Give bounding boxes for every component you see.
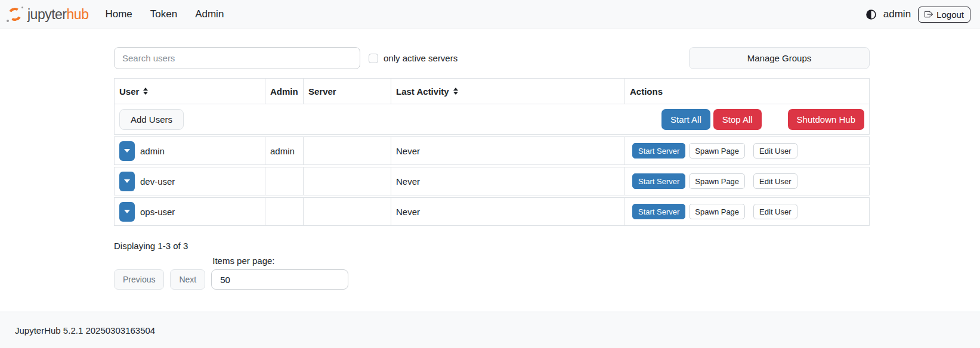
theme-toggle-icon[interactable] (866, 10, 876, 20)
logout-label: Logout (936, 10, 964, 20)
user-toolbar: only active servers Manage Groups (114, 47, 870, 69)
last-activity-value: Never (396, 176, 420, 187)
bulk-right-buttons: Start All Stop All Shutdown Hub (661, 109, 864, 130)
header-user[interactable]: User (115, 79, 265, 104)
admin-cell (265, 198, 304, 225)
brand-hub: hub (67, 7, 89, 22)
row-dropdown-button[interactable] (119, 172, 135, 191)
user-cell: admin (115, 137, 265, 164)
table-header-row: User Admin Server Last Activity Actions (114, 78, 870, 104)
last-activity-value: Never (396, 146, 420, 156)
edit-user-button[interactable]: Edit User (753, 204, 797, 219)
pagination: Displaying 1-3 of 3 Previous Next Items … (114, 241, 870, 290)
caret-down-icon (124, 149, 130, 153)
header-actions: Actions (625, 79, 869, 104)
manage-groups-button[interactable]: Manage Groups (689, 47, 870, 69)
admin-cell (265, 167, 304, 195)
nav-link-admin[interactable]: Admin (195, 8, 224, 20)
server-cell (304, 198, 391, 225)
add-users-button[interactable]: Add Users (119, 109, 184, 130)
items-per-page-input[interactable] (211, 269, 348, 290)
start-server-button[interactable]: Start Server (632, 204, 685, 219)
header-admin-label: Admin (270, 86, 298, 97)
start-server-button[interactable]: Start Server (632, 143, 685, 159)
user-row-admin: admin admin Never Start Server Spawn Pag… (114, 136, 870, 165)
next-page-button[interactable]: Next (170, 269, 205, 290)
nav-link-home[interactable]: Home (105, 8, 132, 20)
bulk-actions-row: Add Users Start All Stop All Shutdown Hu… (114, 104, 870, 135)
stop-all-button[interactable]: Stop All (713, 109, 762, 130)
spawn-page-button[interactable]: Spawn Page (689, 173, 745, 189)
caret-down-icon (124, 179, 130, 183)
jupyter-logo-moon (7, 20, 9, 22)
header-user-label: User (119, 86, 139, 97)
jupyter-logo-moon (21, 7, 23, 8)
actions-cell: Start Server Spawn Page Edit User (625, 167, 869, 195)
start-server-button[interactable]: Start Server (632, 173, 685, 189)
header-last-activity[interactable]: Last Activity (391, 79, 625, 104)
user-cell: ops-user (115, 198, 265, 225)
items-per-page: Items per page: (211, 256, 348, 290)
spawn-page-button[interactable]: Spawn Page (689, 143, 745, 159)
navbar: jupyterhub Home Token Admin admin Logout (0, 0, 980, 29)
sort-icon[interactable] (143, 88, 148, 95)
server-cell (304, 167, 391, 195)
actions-cell: Start Server Spawn Page Edit User (625, 198, 869, 225)
last-activity-value: Never (396, 207, 420, 217)
header-server-label: Server (308, 86, 336, 97)
previous-page-button[interactable]: Previous (114, 269, 164, 290)
version-text: JupyterHub 5.2.1 20250303163504 (15, 325, 155, 335)
logout-button[interactable]: Logout (918, 7, 970, 23)
only-active-label: only active servers (384, 53, 457, 63)
nav-link-token[interactable]: Token (150, 8, 177, 20)
server-cell (304, 137, 391, 164)
edit-user-button[interactable]: Edit User (753, 143, 797, 159)
search-input[interactable] (114, 47, 360, 69)
admin-value: admin (270, 146, 295, 156)
user-cell: dev-user (115, 167, 265, 195)
admin-panel: only active servers Manage Groups User A… (114, 47, 870, 290)
header-actions-label: Actions (630, 86, 663, 97)
last-activity-cell: Never (391, 167, 625, 195)
pagination-summary: Displaying 1-3 of 3 (114, 241, 870, 251)
row-dropdown-button[interactable] (119, 141, 135, 161)
jupyter-logo-ring (7, 7, 23, 23)
user-row-ops-user: ops-user Never Start Server Spawn Page E… (114, 197, 870, 226)
sort-icon[interactable] (453, 88, 458, 95)
active-servers-filter: only active servers (369, 53, 457, 63)
footer: JupyterHub 5.2.1 20250303163504 (0, 312, 980, 348)
jupyterhub-brand[interactable]: jupyterhub (6, 5, 88, 23)
navbar-right: admin Logout (866, 7, 970, 23)
current-username: admin (883, 8, 911, 20)
start-all-button[interactable]: Start All (661, 109, 710, 130)
last-activity-cell: Never (391, 198, 625, 225)
shutdown-hub-button[interactable]: Shutdown Hub (788, 109, 864, 130)
caret-down-icon (124, 210, 130, 213)
spawn-page-button[interactable]: Spawn Page (689, 204, 745, 219)
username: ops-user (140, 207, 175, 217)
brand-text: jupyterhub (27, 7, 88, 23)
admin-cell: admin (265, 137, 304, 164)
brand-jupyter: jupyter (27, 7, 67, 22)
header-server: Server (304, 79, 391, 104)
username: dev-user (140, 176, 175, 187)
header-last-activity-label: Last Activity (396, 86, 449, 97)
edit-user-button[interactable]: Edit User (753, 173, 797, 189)
logout-icon (925, 10, 933, 18)
username: admin (140, 146, 165, 156)
items-per-page-label: Items per page: (212, 256, 348, 266)
last-activity-cell: Never (391, 137, 625, 164)
header-admin: Admin (265, 79, 304, 104)
jupyter-logo-icon (6, 5, 24, 23)
actions-cell: Start Server Spawn Page Edit User (625, 137, 869, 164)
users-table: User Admin Server Last Activity Actions … (114, 78, 870, 226)
row-dropdown-button[interactable] (119, 202, 135, 222)
pagination-controls: Previous Next Items per page: (114, 256, 870, 290)
user-row-dev-user: dev-user Never Start Server Spawn Page E… (114, 167, 870, 195)
only-active-checkbox[interactable] (369, 54, 378, 63)
nav-links: Home Token Admin (105, 8, 224, 20)
